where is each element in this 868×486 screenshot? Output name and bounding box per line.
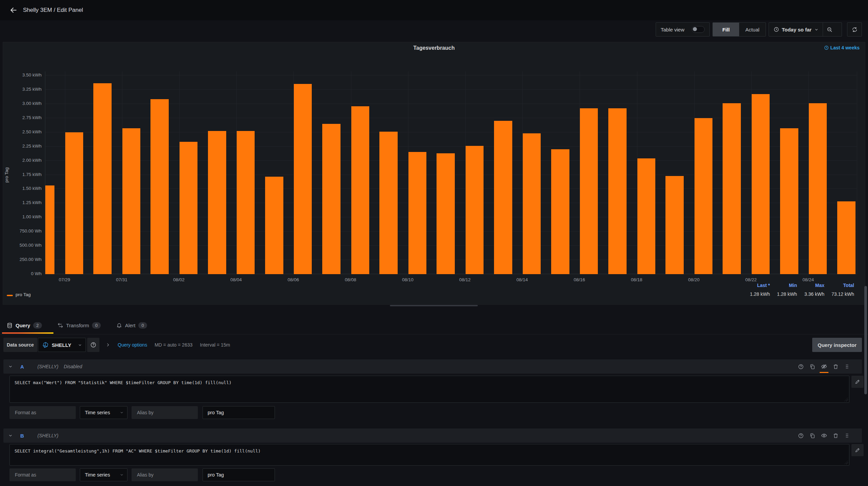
actual-button[interactable]: Actual: [739, 23, 766, 36]
bar-08/18[interactable]: [637, 158, 655, 274]
bar-07/28[interactable]: [45, 185, 54, 274]
bar-08/20[interactable]: [694, 118, 712, 274]
time-range-picker[interactable]: Today so far: [769, 23, 823, 36]
query-a-sql-editor[interactable]: SELECT max("Wert") FROM "Statistik" WHER…: [9, 376, 849, 403]
y-gridline: [45, 89, 857, 90]
x-tick-label: 07/29: [49, 277, 80, 282]
bar-08/19[interactable]: [665, 176, 684, 274]
legend-series-label[interactable]: pro Tag: [16, 292, 31, 297]
query-inspector-button[interactable]: Query inspector: [812, 338, 862, 352]
delete-query-icon-trash[interactable]: [833, 433, 839, 439]
fill-actual-segmented: Fill Actual: [712, 22, 766, 37]
alias-by-input[interactable]: pro Tag: [203, 468, 275, 481]
tab-transform[interactable]: Transform 0: [53, 316, 105, 334]
tab-query[interactable]: Query 2: [2, 316, 47, 334]
query-a-header[interactable]: A (SHELLY) Disabled: [3, 359, 862, 374]
bar-08/17[interactable]: [608, 108, 627, 274]
datasource-help-button[interactable]: [87, 338, 99, 352]
alias-by-label: Alias by: [132, 406, 198, 419]
bar-08/13[interactable]: [494, 121, 512, 274]
plot-area[interactable]: [45, 71, 857, 274]
pencil-icon: [855, 379, 860, 384]
resize-corner[interactable]: [844, 461, 848, 464]
bar-08/23[interactable]: [780, 128, 798, 274]
datasource-picker[interactable]: SHELLY: [38, 338, 86, 352]
bar-08/03[interactable]: [208, 131, 226, 274]
chevron-down-icon: [120, 411, 124, 415]
drag-handle-icon[interactable]: [844, 433, 850, 439]
y-tick-label: 500.00 Wh: [6, 242, 42, 248]
bar-08/08[interactable]: [351, 106, 369, 274]
scrollbar-thumb[interactable]: [864, 286, 867, 394]
legend-stat-header-max[interactable]: Max: [794, 283, 824, 288]
legend-series-swatch[interactable]: [7, 295, 13, 296]
duplicate-query-icon[interactable]: [810, 364, 815, 370]
bar-08/12[interactable]: [465, 146, 484, 274]
bar-08/02[interactable]: [179, 142, 197, 274]
alias-by-input[interactable]: pro Tag: [203, 406, 275, 419]
y-tick-label: 3.00 kWh: [6, 101, 42, 107]
tab-alert[interactable]: Alert 0: [112, 316, 152, 334]
legend-stat-header-last[interactable]: Last *: [740, 283, 770, 288]
x-tick-label: 08/08: [335, 277, 366, 282]
chart-panel: Tagesverbrauch Last 4 weeks pro Tag 3.50…: [3, 42, 865, 305]
query-a-edit-pencil-button[interactable]: [851, 376, 864, 388]
query-help-icon[interactable]: [798, 433, 804, 439]
y-tick-label: 1.00 kWh: [6, 214, 42, 220]
query-a-state: Disabled: [64, 364, 82, 369]
disable-query-icon-eye-slash[interactable]: [821, 363, 827, 370]
bar-08/10[interactable]: [408, 152, 426, 274]
bar-07/29[interactable]: [65, 132, 83, 274]
bar-08/15[interactable]: [551, 149, 569, 274]
chevron-down-icon[interactable]: [8, 433, 13, 438]
query-b-edit-pencil-button[interactable]: [851, 444, 864, 456]
datasource-label-chip: Data source: [3, 338, 37, 352]
chevron-right-icon[interactable]: [105, 343, 110, 347]
bar-08/11[interactable]: [437, 153, 455, 274]
bar-08/05[interactable]: [265, 177, 283, 274]
resize-corner[interactable]: [844, 398, 848, 401]
y-tick-label: 750.00 Wh: [6, 228, 42, 234]
chevron-down-icon: [120, 473, 124, 477]
fill-button[interactable]: Fill: [713, 23, 739, 36]
format-as-select[interactable]: Time series: [80, 468, 127, 481]
bar-07/30[interactable]: [93, 83, 112, 274]
query-b-refid[interactable]: B: [20, 433, 24, 439]
bar-08/01[interactable]: [150, 99, 169, 274]
bar-08/14[interactable]: [522, 133, 541, 274]
legend-stat-header-total[interactable]: Total: [824, 283, 854, 288]
chevron-down-icon[interactable]: [8, 364, 13, 369]
bar-08/22[interactable]: [751, 94, 770, 274]
refresh-button[interactable]: [847, 22, 862, 37]
bar-08/09[interactable]: [379, 132, 398, 274]
query-options-link[interactable]: Query options: [118, 342, 147, 348]
bar-08/16[interactable]: [580, 108, 598, 274]
drag-handle-icon[interactable]: [844, 363, 850, 370]
disable-query-icon-eye[interactable]: [821, 433, 827, 439]
panel-title[interactable]: Tagesverbrauch: [3, 45, 865, 51]
y-tick-label: 250.00 Wh: [6, 257, 42, 263]
y-tick-label: 3.50 kWh: [6, 72, 42, 78]
bar-08/21[interactable]: [723, 103, 741, 274]
query-help-icon[interactable]: [798, 364, 804, 370]
delete-query-icon-trash[interactable]: [833, 364, 839, 370]
query-b-sql-editor[interactable]: SELECT integral("Gesamtleistung",1h) FRO…: [9, 444, 849, 466]
panel-time-override[interactable]: Last 4 weeks: [824, 45, 860, 50]
duplicate-query-icon[interactable]: [810, 433, 815, 439]
back-arrow-button[interactable]: [8, 5, 19, 16]
bar-08/06[interactable]: [294, 84, 312, 274]
query-a-refid[interactable]: A: [20, 364, 24, 370]
bar-08/24[interactable]: [808, 103, 827, 274]
zoom-out-button[interactable]: [823, 23, 836, 36]
chevron-down-icon: [814, 27, 819, 32]
query-b-header[interactable]: B (SHELLY): [3, 428, 862, 443]
format-as-select[interactable]: Time series: [80, 406, 127, 419]
bar-08/04[interactable]: [236, 131, 255, 274]
bar-08/25[interactable]: [837, 201, 855, 274]
tab-alert-badge: 0: [138, 322, 147, 329]
table-view-toggle[interactable]: [692, 26, 705, 33]
bar-08/07[interactable]: [322, 124, 341, 274]
legend-stat-header-min[interactable]: Min: [767, 283, 797, 288]
bar-07/31[interactable]: [122, 128, 140, 274]
panel-resize-handle[interactable]: [390, 305, 478, 306]
